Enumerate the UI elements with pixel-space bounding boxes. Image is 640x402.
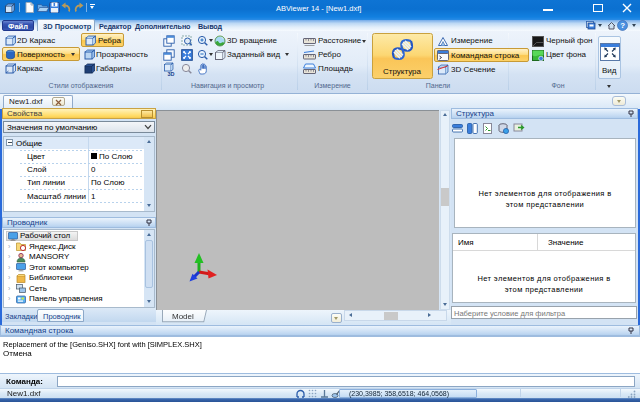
svg-text:3D: 3D xyxy=(168,71,175,77)
svg-text:?: ? xyxy=(620,21,625,30)
